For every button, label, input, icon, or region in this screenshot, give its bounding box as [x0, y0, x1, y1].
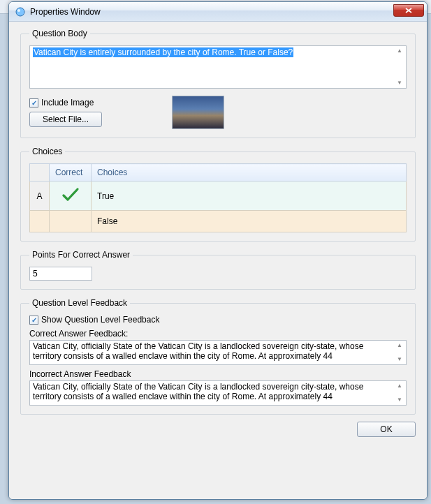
- ok-button[interactable]: OK: [357, 422, 416, 437]
- include-image-label: Include Image: [41, 98, 94, 108]
- correct-feedback-textarea[interactable]: Vatican City, officially State of the Va…: [29, 340, 407, 365]
- scroll-up-icon[interactable]: ▲: [395, 48, 404, 54]
- scroll-up-icon[interactable]: ▲: [395, 383, 404, 389]
- app-icon: [15, 6, 26, 17]
- select-file-button[interactable]: Select File...: [29, 112, 102, 127]
- choice-letter: A: [30, 181, 50, 211]
- points-group: Points For Correct Answer: [20, 250, 416, 290]
- question-body-text: Vatican City is entirely surrounded by t…: [33, 47, 293, 57]
- choices-header-choices[interactable]: Choices: [92, 164, 407, 181]
- checkmark-icon: [61, 187, 80, 205]
- choices-header-blank: [30, 164, 50, 181]
- choices-header-correct[interactable]: Correct: [50, 164, 92, 181]
- window-title: Properties Window: [30, 7, 101, 17]
- choices-legend: Choices: [29, 147, 65, 156]
- close-icon: [405, 8, 412, 13]
- feedback-group: Question Level Feedback ✓ Show Question …: [20, 298, 416, 415]
- question-body-group: Question Body Vatican City is entirely s…: [20, 29, 416, 138]
- correct-feedback-label: Correct Answer Feedback:: [29, 329, 407, 339]
- correct-feedback-text: Vatican City, officially State of the Va…: [33, 341, 363, 361]
- checkbox-checked-icon: ✓: [29, 316, 38, 325]
- textarea-scrollbar[interactable]: ▲ ▼: [395, 343, 404, 362]
- question-body-textarea[interactable]: Vatican City is entirely surrounded by t…: [29, 45, 407, 89]
- scroll-up-icon[interactable]: ▲: [395, 343, 404, 348]
- svg-point-0: [16, 8, 24, 16]
- choice-letter: [30, 211, 50, 232]
- choice-text-cell[interactable]: False: [92, 211, 407, 232]
- points-input[interactable]: [29, 267, 92, 281]
- scroll-down-icon[interactable]: ▼: [395, 357, 404, 362]
- table-row[interactable]: A True: [30, 181, 407, 211]
- checkbox-checked-icon: ✓: [29, 98, 38, 108]
- dialog-footer: OK: [20, 420, 416, 437]
- image-thumbnail[interactable]: [172, 96, 224, 129]
- scroll-down-icon[interactable]: ▼: [395, 80, 404, 86]
- choice-correct-cell[interactable]: [50, 181, 92, 211]
- properties-window: Properties Window Question Body Vatican …: [8, 1, 428, 500]
- incorrect-feedback-textarea[interactable]: Vatican City, officially State of the Va…: [29, 380, 407, 406]
- textarea-scrollbar[interactable]: ▲ ▼: [395, 383, 404, 403]
- choices-header-row: Correct Choices: [30, 164, 407, 181]
- choices-group: Choices Correct Choices A: [20, 147, 416, 242]
- svg-point-1: [17, 9, 20, 12]
- textarea-scrollbar[interactable]: ▲ ▼: [395, 48, 404, 86]
- question-body-legend: Question Body: [29, 29, 90, 38]
- table-row[interactable]: False: [30, 211, 407, 232]
- incorrect-feedback-label: Incorrect Answer Feedback: [29, 369, 407, 379]
- scroll-down-icon[interactable]: ▼: [395, 397, 404, 403]
- feedback-legend: Question Level Feedback: [29, 298, 130, 308]
- close-button[interactable]: [393, 4, 424, 17]
- choice-text-cell[interactable]: True: [92, 181, 407, 211]
- choices-table: Correct Choices A: [29, 163, 407, 232]
- incorrect-feedback-text: Vatican City, officially State of the Va…: [33, 382, 363, 401]
- show-feedback-checkbox[interactable]: ✓ Show Question Level Feedback: [29, 315, 407, 325]
- points-legend: Points For Correct Answer: [29, 250, 133, 260]
- titlebar[interactable]: Properties Window: [9, 2, 427, 22]
- include-image-checkbox[interactable]: ✓ Include Image: [29, 98, 102, 108]
- choice-correct-cell[interactable]: [50, 211, 92, 232]
- show-feedback-label: Show Question Level Feedback: [41, 315, 159, 325]
- client-area: Question Body Vatican City is entirely s…: [9, 22, 427, 499]
